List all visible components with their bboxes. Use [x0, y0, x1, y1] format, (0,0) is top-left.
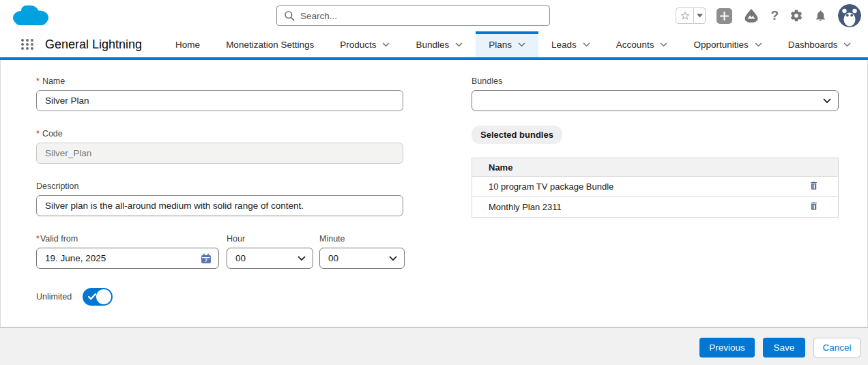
- notifications-bell-icon[interactable]: [814, 9, 827, 23]
- cancel-button[interactable]: Cancel: [813, 338, 860, 357]
- tab-leads[interactable]: Leads: [538, 31, 603, 57]
- tab-more[interactable]: * More: [864, 31, 868, 57]
- chevron-down-icon: [843, 42, 851, 47]
- favorites-group: [676, 8, 706, 24]
- calendar-icon[interactable]: 7: [201, 253, 212, 264]
- favorites-star-button[interactable]: [676, 8, 694, 24]
- header-icon-bar: ?: [676, 4, 861, 27]
- name-input[interactable]: [36, 90, 403, 111]
- delete-icon[interactable]: [809, 180, 819, 191]
- code-label: * Code: [36, 129, 403, 138]
- description-input[interactable]: [36, 195, 403, 216]
- check-icon: [88, 293, 96, 300]
- user-avatar[interactable]: [838, 4, 861, 27]
- table-header-row: Name: [472, 158, 839, 177]
- tab-bundles[interactable]: Bundles: [403, 31, 476, 57]
- app-launcher-icon[interactable]: [20, 38, 34, 51]
- tab-home[interactable]: Home: [162, 31, 213, 57]
- help-icon[interactable]: ?: [770, 8, 779, 23]
- description-field-group: Description: [36, 181, 403, 216]
- minute-label: Minute: [319, 234, 405, 244]
- code-input: [36, 143, 403, 164]
- select-chevron-icon: [298, 256, 306, 261]
- chevron-down-icon: [382, 42, 390, 47]
- tab-plans[interactable]: Plans: [476, 31, 538, 57]
- app-name: General Lightning: [45, 38, 142, 52]
- delete-icon[interactable]: [809, 201, 819, 211]
- chevron-down-icon: [518, 42, 525, 47]
- form-left-column: * Name * Code Description *: [36, 76, 403, 306]
- svg-text:7: 7: [205, 258, 207, 263]
- form-footer: Previous Save Cancel: [0, 327, 868, 365]
- plan-form-panel: * Name * Code Description *: [0, 60, 868, 327]
- toggle-knob: [96, 289, 111, 304]
- code-field-group: * Code: [36, 129, 403, 164]
- name-label: * Name: [36, 76, 403, 86]
- selected-bundles-table: Name 10 program TV package Bundle Monthl…: [472, 158, 839, 218]
- description-label: Description: [36, 181, 403, 191]
- previous-button[interactable]: Previous: [699, 338, 755, 357]
- unlimited-toggle[interactable]: [83, 288, 113, 306]
- chevron-down-icon: [583, 42, 590, 47]
- chevron-down-icon: [755, 42, 762, 47]
- bundle-name: 10 program TV package Bundle: [472, 177, 803, 197]
- table-row: Monthly Plan 2311: [472, 197, 839, 218]
- save-button[interactable]: Save: [763, 338, 805, 357]
- bundle-name: Monthly Plan 2311: [472, 197, 803, 218]
- search-input[interactable]: [300, 11, 549, 21]
- valid-from-group: * Valid from 19. June, 2025 7: [36, 234, 219, 269]
- salesforce-cloud-logo: [10, 2, 52, 32]
- tab-dashboards[interactable]: Dashboards: [775, 31, 865, 57]
- valid-from-label: * Valid from: [36, 234, 219, 244]
- global-header: ?: [0, 0, 868, 31]
- valid-from-date-input[interactable]: 19. June, 2025 7: [36, 248, 219, 269]
- hour-label: Hour: [227, 234, 313, 244]
- table-row: 10 program TV package Bundle: [472, 177, 839, 197]
- app-navbar: General Lightning Home Monetization Sett…: [0, 31, 868, 60]
- tab-products[interactable]: Products: [327, 31, 403, 57]
- name-column-header: Name: [472, 158, 839, 177]
- tab-accounts[interactable]: Accounts: [603, 31, 681, 57]
- select-chevron-icon: [389, 256, 397, 261]
- select-chevron-icon: [823, 98, 831, 104]
- bundles-select[interactable]: [472, 90, 839, 111]
- favorites-caret-button[interactable]: [694, 8, 706, 24]
- bundles-field-group: Bundles: [472, 76, 839, 111]
- setup-gear-icon[interactable]: [790, 9, 803, 23]
- bundles-label: Bundles: [472, 76, 839, 86]
- hour-group: Hour 00: [227, 234, 313, 269]
- selected-bundles-badge: Selected bundles: [472, 126, 562, 144]
- minute-group: Minute 00: [319, 234, 405, 269]
- tab-monetization-settings[interactable]: Monetization Settings: [213, 31, 327, 57]
- nav-tabs: Home Monetization Settings Products Bund…: [162, 31, 868, 57]
- unlimited-label: Unlimited: [36, 292, 72, 302]
- global-search[interactable]: [276, 5, 550, 26]
- search-icon: [284, 10, 295, 21]
- hour-select[interactable]: 00: [227, 248, 313, 269]
- tab-opportunities[interactable]: Opportunities: [680, 31, 775, 57]
- name-field-group: * Name: [36, 76, 403, 111]
- chevron-down-icon: [660, 42, 667, 47]
- form-right-column: Bundles Selected bundles Name 10 program…: [472, 76, 839, 218]
- unlimited-row: Unlimited: [36, 288, 403, 306]
- minute-select[interactable]: 00: [319, 248, 405, 269]
- guidance-trailhead-icon[interactable]: [743, 8, 760, 23]
- valid-from-row: * Valid from 19. June, 2025 7: [36, 234, 403, 269]
- quick-create-plus-button[interactable]: [717, 8, 732, 24]
- chevron-down-icon: [455, 42, 463, 47]
